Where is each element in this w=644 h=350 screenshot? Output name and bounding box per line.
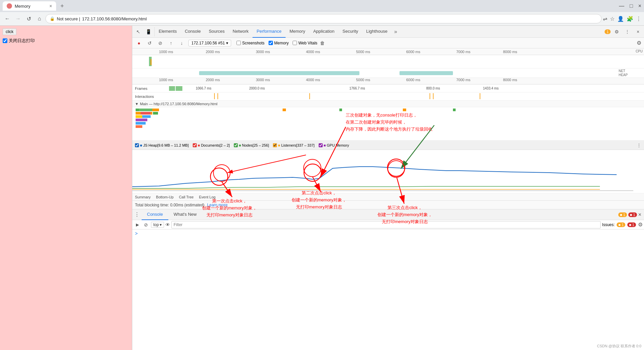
console-menu-icon[interactable]: ⋮ [132,210,142,219]
devtools-settings-icon[interactable]: ⚙ [612,27,621,36]
forward-button[interactable]: → [13,14,23,23]
devtools-more-icon[interactable]: ⋮ [623,27,632,36]
issues-badge: ■ 1 [618,212,627,217]
js-heap-checkbox[interactable] [135,143,139,147]
active-tab[interactable]: Memory × [3,1,56,11]
select-tool[interactable]: ↖ [134,27,143,36]
screenshots-checkbox-label[interactable]: Screenshots [236,41,265,45]
tick2-6000: 6000 ms [406,78,420,82]
gpu-memory-legend[interactable]: ■ GPU Memory [319,143,349,147]
documents-legend[interactable]: ■ Documents[2 – 2] [193,143,230,147]
close-bottom-panel-icon[interactable]: × [638,212,641,218]
tab-close-button[interactable]: × [49,3,52,9]
back-button[interactable]: ← [3,14,12,23]
new-tab-button[interactable]: + [57,1,67,11]
web-vitals-label: Web Vitals [298,41,317,45]
clear-profile-button[interactable]: 🗑 [320,40,325,46]
eye-button[interactable]: 👁 [165,222,170,227]
js-heap-legend[interactable]: ■ JS Heap[9.6 MB – 11.2 MB] [135,143,189,147]
tab-application[interactable]: Application [309,26,339,38]
tab-elements[interactable]: Elements [155,26,181,38]
frame-time-5: 1433.4 ms [483,86,499,90]
legend-more-icon[interactable]: ⋮ [637,143,641,148]
nodes-color: ■ [239,143,241,147]
upload-profile-button[interactable]: ↑ [167,39,175,47]
performance-toolbar: ● ↺ ⊘ ↑ ↓ 172.17.100.56 #51 ▾ Screenshot… [132,38,644,48]
memory-checkbox-label[interactable]: Memory [269,41,289,45]
console-settings-icon[interactable]: ⚙ [638,221,643,228]
listeners-label: Listeners[337 – 337] [281,143,315,147]
tab-network[interactable]: Network [229,26,253,38]
listeners-legend[interactable]: ■ Listeners[337 – 337] [273,143,314,147]
download-profile-button[interactable]: ↓ [178,39,186,47]
main-section-label: Main — http://172.17.100.56:8080/Memory.… [140,102,217,106]
tab-console[interactable]: Console [181,26,205,38]
context-selector[interactable]: top ▾ [151,222,164,228]
console-input-prompt[interactable]: > [135,231,138,236]
disable-log-checkbox[interactable] [3,38,7,43]
gpu-memory-checkbox[interactable] [319,143,323,147]
reload-record-button[interactable]: ↺ [146,39,154,47]
console-tab[interactable]: Console [142,209,168,220]
documents-checkbox[interactable] [193,143,197,147]
tab-performance[interactable]: Performance [253,26,285,38]
address-bar-actions: ⇌ ☆ 👤 🧩 ⋮ [603,16,641,22]
devtools-close-icon[interactable]: × [633,27,643,36]
memory-checkbox[interactable] [269,41,273,45]
timeline-area: 1000 ms 2000 ms 3000 ms 4000 ms 5000 ms … [132,48,644,350]
menu-icon[interactable]: ⋮ [636,16,641,22]
cpu-label: CPU [636,49,643,53]
nodes-label: Nodes[25 – 256] [242,143,269,147]
nodes-checkbox[interactable] [234,143,238,147]
reload-button[interactable]: ↺ [24,14,33,23]
cast-icon[interactable]: ⇌ [603,16,607,22]
click-button[interactable]: click [3,28,16,35]
web-vitals-checkbox-label[interactable]: Web Vitals [293,41,317,45]
event-log-tab[interactable]: Event Log [199,195,216,199]
minimize-icon[interactable]: — [619,3,624,9]
listeners-checkbox[interactable] [273,143,277,147]
tab-memory[interactable]: Memory [286,26,309,38]
main-expand-icon[interactable]: ▼ [135,102,139,106]
call-tree-tab[interactable]: Call Tree [179,195,194,199]
nodes-legend[interactable]: ■ Nodes[25 – 256] [234,143,269,147]
main-section-header: ▼ Main — http://172.17.100.56:8080/Memor… [132,101,644,107]
frames-row: Frames 1066.7 ms 2000.0 ms 1766.7 ms 800… [132,84,644,93]
learn-more-link[interactable]: Learn more [207,203,227,207]
tick2-7000: 7000 ms [456,78,470,82]
console-clear-button[interactable]: ⊘ [142,221,150,228]
tab-security[interactable]: Security [338,26,362,38]
notification-badge: 1 [605,29,611,34]
devtools-toolbar: ↖ 📱 Elements Console Sources Network Per… [132,26,644,38]
tab-sources[interactable]: Sources [205,26,229,38]
device-tool[interactable]: 📱 [144,27,153,36]
screenshots-checkbox[interactable] [236,41,241,45]
console-filter-input[interactable] [171,221,601,228]
listeners-color: ■ [278,143,280,147]
maximize-icon[interactable]: □ [630,3,633,9]
whats-new-tab[interactable]: What's New [168,209,202,220]
bookmark-icon[interactable]: ☆ [610,16,615,22]
gpu-memory-color: ■ [324,143,326,147]
session-selector[interactable]: 172.17.100.56 #51 ▾ [188,40,231,46]
summary-tab[interactable]: Summary [135,195,151,199]
stop-button[interactable]: ⊘ [156,39,164,47]
interactions-row: Interactions [132,93,644,101]
url-bar[interactable]: 🔒 Not secure | 172.17.100.56:8080/Memory… [45,14,602,23]
disable-log-checkbox-label[interactable]: 关闭日志打印 [3,38,129,44]
extension-icon[interactable]: 🧩 [627,16,633,22]
tab-lighthouse[interactable]: Lighthouse [362,26,391,38]
close-window-icon[interactable]: × [638,3,641,9]
profile-icon[interactable]: 👤 [617,16,624,22]
timeline-ruler: 1000 ms 2000 ms 3000 ms 4000 ms 5000 ms … [132,48,644,55]
tick2-5000: 5000 ms [356,78,370,82]
tick-1000: 1000 ms [159,50,173,54]
performance-settings-icon[interactable]: ⚙ [637,40,641,46]
bottom-up-tab[interactable]: Bottom-Up [156,195,174,199]
record-button[interactable]: ● [135,39,143,47]
home-button[interactable]: ⌂ [35,14,44,23]
more-tabs-button[interactable]: » [391,29,400,35]
web-vitals-checkbox[interactable] [293,41,297,45]
console-play-button[interactable]: ▶ [134,221,141,228]
devtools-right-actions: 1 ⚙ ⋮ × [603,27,644,36]
